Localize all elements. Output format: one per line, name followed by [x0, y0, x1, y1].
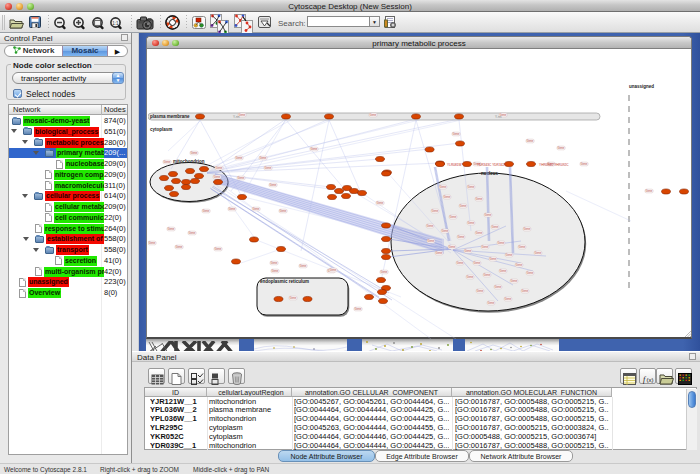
svg-text:Gene: Gene	[168, 227, 175, 231]
svg-text:Gene: Gene	[527, 139, 534, 143]
svg-text:Gene: Gene	[458, 235, 465, 239]
svg-text:Gene: Gene	[355, 307, 362, 311]
svg-text:Gene: Gene	[460, 204, 467, 208]
svg-text:Gene: Gene	[485, 213, 492, 217]
svg-text:Gene: Gene	[253, 207, 260, 211]
svg-text:Gene: Gene	[527, 271, 534, 275]
svg-text:Gene: Gene	[442, 229, 449, 233]
svg-text:Gene: Gene	[453, 132, 460, 136]
svg-text:Gene: Gene	[581, 162, 588, 166]
svg-text:cytoplasm: cytoplasm	[150, 127, 172, 132]
svg-text:Gene: Gene	[436, 251, 443, 255]
svg-text:mitochondrion: mitochondrion	[173, 159, 205, 164]
svg-text:unassigned: unassigned	[629, 84, 654, 89]
svg-text:Gene: Gene	[506, 253, 513, 257]
svg-text:Gene: Gene	[280, 209, 287, 213]
svg-text:Gene: Gene	[428, 239, 435, 243]
svg-text:Gene: Gene	[164, 160, 171, 164]
svg-text:Gene: Gene	[519, 245, 526, 249]
svg-text:Gene: Gene	[477, 289, 484, 293]
svg-text:Gene: Gene	[444, 195, 451, 199]
svg-text:YDR343C YDR342C: YDR343C YDR342C	[477, 163, 507, 167]
svg-text:Gene: Gene	[265, 166, 272, 170]
svg-text:Gene: Gene	[516, 263, 523, 267]
svg-text:Gene: Gene	[505, 297, 512, 301]
svg-text:Gene: Gene	[476, 197, 483, 201]
svg-text:Gene: Gene	[490, 257, 497, 261]
svg-text:Gene: Gene	[482, 245, 489, 249]
svg-text:plasma membrane: plasma membrane	[150, 114, 190, 119]
svg-text:Gene: Gene	[238, 176, 245, 180]
svg-text:Gene: Gene	[457, 261, 464, 265]
svg-text:endoplasmic reticulum: endoplasmic reticulum	[260, 279, 309, 284]
svg-text:Gene: Gene	[474, 261, 481, 265]
svg-text:Gene: Gene	[271, 261, 278, 265]
svg-text:Gene: Gene	[449, 245, 456, 249]
svg-text:Gene: Gene	[236, 156, 243, 160]
svg-text:Gene: Gene	[330, 268, 337, 272]
svg-text:Gene: Gene	[300, 264, 307, 268]
svg-text:Gene: Gene	[498, 241, 505, 245]
svg-text:Gene: Gene	[203, 209, 210, 213]
svg-text:Gene: Gene	[229, 207, 236, 211]
svg-text:Gene: Gene	[427, 224, 434, 228]
svg-text:Gene: Gene	[214, 175, 221, 179]
svg-text:YHR094C YHR092C: YHR094C YHR092C	[539, 163, 569, 167]
svg-text:(x): (x)	[646, 377, 653, 383]
svg-text:Gene: Gene	[270, 183, 277, 187]
svg-text:Gene: Gene	[311, 147, 318, 151]
svg-text:Gene: Gene	[215, 247, 222, 251]
svg-text:Gene: Gene	[189, 231, 196, 235]
svg-text:Gene: Gene	[272, 269, 279, 273]
svg-text:1:1: 1:1	[112, 21, 119, 26]
svg-text:Gene: Gene	[524, 227, 531, 231]
svg-text:Gene: Gene	[468, 185, 475, 189]
svg-text:Gene: Gene	[370, 113, 377, 117]
svg-text:Gene: Gene	[558, 146, 565, 150]
svg-text:Gene: Gene	[149, 241, 156, 245]
svg-text:Gene: Gene	[488, 301, 495, 305]
svg-text:Gene: Gene	[646, 189, 653, 193]
svg-text:YLR081W: YLR081W	[447, 163, 462, 167]
svg-text:Y-nn: Y-nn	[233, 115, 240, 119]
svg-text:Y-nn: Y-nn	[495, 115, 502, 119]
svg-text:Gene: Gene	[484, 273, 491, 277]
svg-text:Gene: Gene	[535, 251, 542, 255]
svg-text:Gene: Gene	[492, 225, 499, 229]
svg-text:nucleus: nucleus	[481, 171, 499, 176]
svg-text:Gene: Gene	[381, 270, 388, 274]
svg-text:Gene: Gene	[522, 289, 529, 293]
svg-text:Gene: Gene	[476, 231, 483, 235]
svg-text:Gene: Gene	[239, 113, 246, 117]
svg-text:Gene: Gene	[468, 221, 475, 225]
svg-text:Gene: Gene	[511, 279, 518, 283]
svg-text:Gene: Gene	[500, 269, 507, 273]
svg-text:Gene: Gene	[191, 151, 198, 155]
svg-text:Gene: Gene	[260, 156, 267, 160]
svg-text:Gene: Gene	[467, 275, 474, 279]
svg-text:Gene: Gene	[495, 285, 502, 289]
svg-text:Gene: Gene	[176, 245, 183, 249]
svg-text:Gene: Gene	[377, 201, 384, 205]
svg-text:Gene: Gene	[432, 209, 439, 213]
svg-text:Gene: Gene	[290, 296, 297, 300]
svg-text:Gene: Gene	[450, 215, 457, 219]
svg-text:Gene: Gene	[465, 249, 472, 253]
svg-text:Gene: Gene	[440, 185, 447, 189]
svg-text:Gene: Gene	[216, 166, 223, 170]
